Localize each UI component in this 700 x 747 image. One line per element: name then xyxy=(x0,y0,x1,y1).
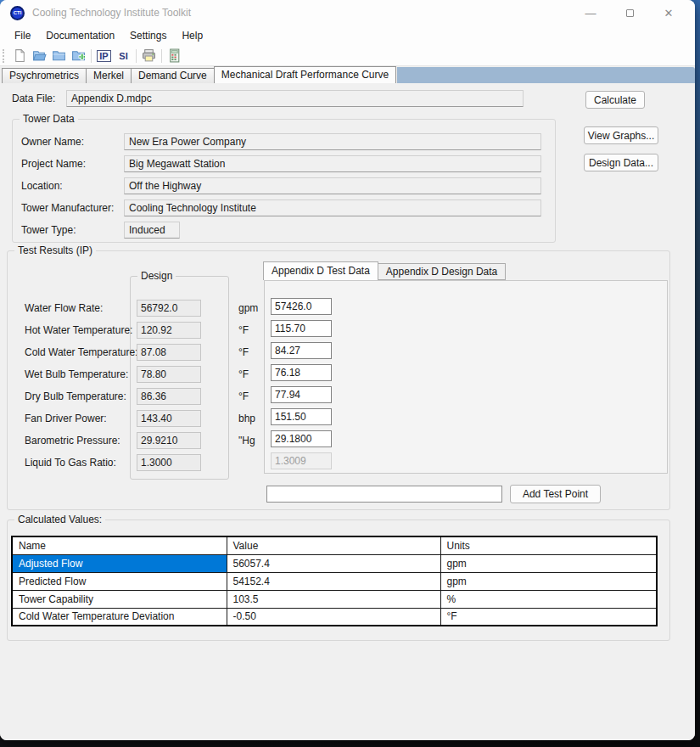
title-bar: CTI Cooling Technology Institute Toolkit… xyxy=(0,0,695,25)
add-test-point-input[interactable] xyxy=(266,486,502,503)
cell-units[interactable]: % xyxy=(440,590,657,608)
design-value-field[interactable]: 1.3000 xyxy=(137,454,201,471)
cell-name[interactable]: Tower Capability xyxy=(12,590,227,608)
tower-field-value[interactable]: Induced xyxy=(124,222,180,239)
cell-value[interactable]: 103.5 xyxy=(227,590,440,608)
si-units-label: SI xyxy=(117,51,129,61)
new-document-icon xyxy=(13,48,27,63)
tab-psychrometrics[interactable]: Psychrometrics xyxy=(2,68,87,83)
maximize-button[interactable] xyxy=(610,0,649,25)
design-value-field[interactable]: 56792.0 xyxy=(137,300,201,317)
table-col-header: Units xyxy=(440,536,657,554)
si-units-button[interactable]: SI xyxy=(114,47,133,65)
print-button[interactable] xyxy=(139,47,159,65)
unit-label: bhp xyxy=(238,410,255,427)
content-area: Data File: Appendix D.mdpc Calculate Tow… xyxy=(0,83,695,740)
test-value-field[interactable]: 57426.0 xyxy=(271,298,332,315)
menu-item-file[interactable]: File xyxy=(7,27,38,44)
design-value-field[interactable]: 87.08 xyxy=(137,344,201,361)
calculator-button[interactable] xyxy=(165,47,184,65)
appendix-tab-strip: Appendix D Test DataAppendix D Design Da… xyxy=(264,261,506,280)
test-row-label: Hot Water Temperature: xyxy=(25,322,132,339)
design-value-field[interactable]: 86.36 xyxy=(137,388,201,405)
test-row-label: Barometric Pressure: xyxy=(25,432,120,449)
cell-units[interactable]: gpm xyxy=(440,572,657,590)
appendix-tab-0[interactable]: Appendix D Test Data xyxy=(263,261,378,280)
tower-field-label: Tower Manufacturer: xyxy=(21,199,114,216)
unit-label: °F xyxy=(238,344,249,361)
design-data-button[interactable]: Design Data... xyxy=(584,154,658,171)
tower-data-groupbox: Tower Data Owner Name:New Era Power Comp… xyxy=(12,119,556,243)
design-value-field[interactable]: 78.80 xyxy=(137,366,201,383)
tower-field-label: Owner Name: xyxy=(21,133,84,150)
test-value-field[interactable]: 115.70 xyxy=(271,320,332,337)
cell-units[interactable]: °F xyxy=(440,608,657,626)
cell-value[interactable]: 56057.4 xyxy=(227,554,440,572)
folder-icon xyxy=(52,48,66,63)
test-value-field[interactable]: 29.1800 xyxy=(271,430,332,447)
table-row[interactable]: Cold Water Temperature Deviation-0.50°F xyxy=(12,608,657,626)
test-value-field[interactable]: 76.18 xyxy=(271,364,332,381)
add-test-point-button[interactable]: Add Test Point xyxy=(510,485,601,503)
tower-field-value[interactable]: Cooling Technology Institute xyxy=(124,199,541,216)
open-file-button[interactable] xyxy=(30,47,49,65)
cell-value[interactable]: 54152.4 xyxy=(227,572,440,590)
table-row[interactable]: Predicted Flow54152.4gpm xyxy=(12,572,657,590)
cell-value[interactable]: -0.50 xyxy=(227,608,440,626)
toolbar-separator xyxy=(91,49,92,63)
tab-mechanical-draft-performance-curve[interactable]: Mechanical Draft Performance Curve xyxy=(214,66,396,83)
cell-name[interactable]: Adjusted Flow xyxy=(12,554,227,572)
design-value-field[interactable]: 143.40 xyxy=(137,410,201,427)
save-file-button[interactable] xyxy=(49,47,69,65)
table-row[interactable]: Adjusted Flow56057.4gpm xyxy=(12,554,657,572)
test-value-field[interactable]: 84.27 xyxy=(271,342,332,359)
menu-item-settings[interactable]: Settings xyxy=(122,27,174,44)
toolbar: IP SI xyxy=(0,46,695,66)
app-icon: CTI xyxy=(10,6,25,20)
design-value-field[interactable]: 29.9210 xyxy=(137,432,201,449)
data-file-field[interactable]: Appendix D.mdpc xyxy=(66,90,524,107)
close-button[interactable]: ✕ xyxy=(649,0,688,25)
minimize-button[interactable]: — xyxy=(571,0,610,25)
ip-units-button[interactable]: IP xyxy=(94,47,114,65)
test-value-field[interactable]: 151.50 xyxy=(271,408,332,425)
calculated-values-groupbox: Calculated Values: NameValueUnits Adjust… xyxy=(7,520,670,641)
desktop: { "window": { "title": "Cooling Technolo… xyxy=(0,0,700,747)
menu-item-documentation[interactable]: Documentation xyxy=(38,27,122,44)
tab-demand-curve[interactable]: Demand Curve xyxy=(131,68,215,83)
tab-strip-filler xyxy=(397,67,695,83)
tower-field-value[interactable]: New Era Power Company xyxy=(124,133,541,150)
toolbar-separator xyxy=(136,49,137,63)
test-row-label: Dry Bulb Temperature: xyxy=(25,388,126,405)
test-value-field[interactable]: 77.94 xyxy=(271,386,332,403)
view-graphs-button[interactable]: View Graphs... xyxy=(584,126,658,144)
add-file-button[interactable] xyxy=(69,47,88,65)
appendix-tab-1[interactable]: Appendix D Design Data xyxy=(378,263,506,280)
menu-item-help[interactable]: Help xyxy=(174,27,210,44)
cell-name[interactable]: Cold Water Temperature Deviation xyxy=(12,608,227,626)
design-value-field[interactable]: 120.92 xyxy=(137,322,201,339)
test-row-label: Water Flow Rate: xyxy=(25,300,103,317)
test-results-groupbox: Test Results (IP) Design Appendix D Test… xyxy=(7,250,670,510)
test-row-label: Wet Bulb Temperature: xyxy=(25,366,128,383)
app-window: CTI Cooling Technology Institute Toolkit… xyxy=(0,0,695,740)
main-tab-strip: PsychrometricsMerkelDemand CurveMechanic… xyxy=(0,66,695,83)
cell-name[interactable]: Predicted Flow xyxy=(12,572,227,590)
cell-units[interactable]: gpm xyxy=(440,554,657,572)
tower-data-title: Tower Data xyxy=(20,113,78,125)
calculated-values-title: Calculated Values: xyxy=(14,514,105,525)
calculate-button[interactable]: Calculate xyxy=(585,91,645,109)
open-folder-icon xyxy=(32,48,47,63)
tower-field-value[interactable]: Big Megawatt Station xyxy=(124,155,541,172)
unit-label: gpm xyxy=(238,300,258,317)
tower-field-label: Location: xyxy=(21,177,63,194)
unit-label: °F xyxy=(238,366,249,383)
test-row-label: Liquid To Gas Ratio: xyxy=(25,454,116,471)
new-file-button[interactable] xyxy=(10,47,30,65)
toolbar-grip[interactable] xyxy=(3,49,7,63)
unit-label: "Hg xyxy=(238,432,255,449)
table-row[interactable]: Tower Capability103.5% xyxy=(12,590,657,608)
table-header-row: NameValueUnits xyxy=(12,536,657,554)
tower-field-value[interactable]: Off the Highway xyxy=(124,177,541,194)
tab-merkel[interactable]: Merkel xyxy=(86,68,132,83)
